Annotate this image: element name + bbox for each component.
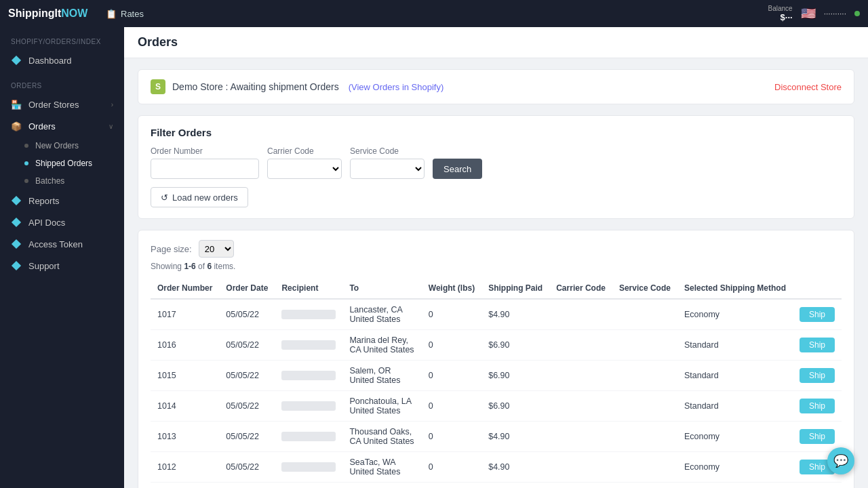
cell-order-date: 05/05/22 <box>219 391 275 422</box>
cell-weight: 0 <box>422 299 481 330</box>
orders-icon: 📦 <box>11 121 22 131</box>
rates-icon: 📋 <box>106 9 117 19</box>
sidebar-orders-label: Orders <box>28 121 56 131</box>
sidebar-item-order-stores[interactable]: 🏪 Order Stores › <box>0 94 124 115</box>
cell-order-date: 05/05/22 <box>219 422 275 452</box>
order-number-input[interactable] <box>151 159 259 179</box>
store-info: S Demo Store : Awaiting shipment Orders … <box>151 79 443 94</box>
view-shopify-link[interactable]: (View Orders in Shopify) <box>349 82 444 92</box>
filter-row: Order Number Carrier Code UPS USPS FedEx… <box>151 146 842 179</box>
col-order-date: Order Date <box>219 278 275 299</box>
cell-order-date: 05/05/22 <box>219 299 275 330</box>
cell-to: Marina del Rey, CA United States <box>342 330 421 361</box>
sidebar-shipped-orders-label: Shipped Orders <box>35 159 92 168</box>
sidebar-item-batches[interactable]: Batches <box>0 172 124 190</box>
sidebar-item-dashboard[interactable]: Dashboard <box>0 49 124 71</box>
service-code-select[interactable]: Economy Standard Priority <box>350 159 425 179</box>
dashboard-icon <box>11 55 22 66</box>
cell-recipient: REDACTED <box>275 391 342 422</box>
cell-to: SeaTac, WA United States <box>342 452 421 483</box>
table-header-row: Order Number Order Date Recipient To Wei… <box>151 278 842 299</box>
cell-shipping-paid: $6.90 <box>481 330 549 361</box>
load-new-orders-button[interactable]: ↺ Load new orders <box>151 187 248 207</box>
sidebar-item-support[interactable]: Support <box>0 255 124 277</box>
table-row: 1012 05/05/22 REDACTED SeaTac, WA United… <box>151 452 842 483</box>
cell-order-date: 05/05/22 <box>219 452 275 483</box>
chat-bubble[interactable]: 💬 <box>827 447 854 474</box>
cell-shipping-method: Standard <box>677 330 793 361</box>
username-display: ·········· <box>824 9 846 18</box>
ship-button[interactable]: Ship <box>800 307 835 322</box>
sidebar-batches-label: Batches <box>35 176 64 186</box>
online-indicator <box>854 11 860 16</box>
col-action <box>793 278 842 299</box>
api-docs-icon <box>11 217 22 228</box>
col-carrier-code: Carrier Code <box>549 278 612 299</box>
sidebar-dashboard-label: Dashboard <box>28 56 72 66</box>
reports-icon <box>11 195 22 206</box>
refresh-icon: ↺ <box>161 192 168 203</box>
table-row: 1016 05/05/22 REDACTED Marina del Rey, C… <box>151 330 842 361</box>
cell-weight: 0 <box>422 422 481 452</box>
cell-to: Thousand Oaks, CA United States <box>342 422 421 452</box>
rates-tab[interactable]: 📋 Rates <box>100 6 149 22</box>
col-weight: Weight (lbs) <box>422 278 481 299</box>
cell-service-code <box>612 330 677 361</box>
cell-order-number: 1017 <box>151 299 219 330</box>
orders-section-label: ORDERS <box>0 71 124 94</box>
ship-button[interactable]: Ship <box>800 399 835 413</box>
cell-shipping-method: Standard <box>677 361 793 391</box>
sidebar-item-shipped-orders[interactable]: Shipped Orders <box>0 155 124 172</box>
cell-order-number: 1016 <box>151 330 219 361</box>
sidebar-item-access-token[interactable]: Access Token <box>0 233 124 255</box>
page-size-label: Page size: <box>151 244 192 254</box>
disconnect-store-button[interactable]: Disconnect Store <box>774 82 842 92</box>
cell-ship-action: Ship <box>793 330 842 361</box>
sidebar-item-reports[interactable]: Reports <box>0 190 124 211</box>
showing-range: 1-6 <box>184 262 195 271</box>
ship-button[interactable]: Ship <box>800 429 835 444</box>
cell-carrier-code <box>549 391 612 422</box>
orders-chevron: ∨ <box>108 123 113 130</box>
cell-recipient: REDACTED <box>275 422 342 452</box>
ship-button[interactable]: Ship <box>800 368 835 383</box>
showing-text: Showing 1-6 of 6 items. <box>151 262 842 271</box>
cell-order-number: 1012 <box>151 452 219 483</box>
cell-recipient: REDACTED <box>275 330 342 361</box>
order-stores-icon: 🏪 <box>11 99 22 110</box>
cell-carrier-code <box>549 330 612 361</box>
cell-shipping-method: Economy <box>677 299 793 330</box>
store-banner: S Demo Store : Awaiting shipment Orders … <box>138 69 854 104</box>
ship-button[interactable]: Ship <box>800 338 835 352</box>
cell-shipping-paid: $4.90 <box>481 299 549 330</box>
col-service-code: Service Code <box>612 278 677 299</box>
cell-to: Salem, OR United States <box>342 361 421 391</box>
table-row: 1014 05/05/22 REDACTED Ponchatoula, LA U… <box>151 391 842 422</box>
batches-dot <box>24 179 28 183</box>
cell-ship-action: Ship <box>793 299 842 330</box>
service-code-label: Service Code <box>350 146 425 156</box>
sidebar-item-api-docs[interactable]: API Docs <box>0 211 124 233</box>
order-number-field: Order Number <box>151 146 259 179</box>
cell-carrier-code <box>549 422 612 452</box>
sidebar-new-orders-label: New Orders <box>35 141 79 150</box>
main-content: Orders S Demo Store : Awaiting shipment … <box>124 27 868 488</box>
col-shipping-paid: Shipping Paid <box>481 278 549 299</box>
cell-recipient: REDACTED <box>275 452 342 483</box>
table-controls: Page size: 10 20 50 100 <box>151 240 842 258</box>
carrier-code-select[interactable]: UPS USPS FedEx DHL <box>267 159 342 179</box>
carrier-code-field: Carrier Code UPS USPS FedEx DHL <box>267 146 342 179</box>
total-items: 6 <box>207 262 212 271</box>
page-size-select[interactable]: 10 20 50 100 <box>199 240 234 258</box>
cell-carrier-code <box>549 361 612 391</box>
top-nav: ShippingItNOW 📋 Rates Balance $··· 🇺🇸 ··… <box>0 0 868 27</box>
cell-shipping-paid: $6.90 <box>481 361 549 391</box>
cell-ship-action: Ship <box>793 391 842 422</box>
store-name: Demo Store : Awaiting shipment Orders <box>172 81 339 92</box>
cell-shipping-method: Standard <box>677 391 793 422</box>
sidebar-item-new-orders[interactable]: New Orders <box>0 137 124 155</box>
search-button[interactable]: Search <box>433 159 482 179</box>
new-orders-dot <box>24 144 28 148</box>
sidebar-item-orders[interactable]: 📦 Orders ∨ <box>0 115 124 137</box>
cell-order-number: 1013 <box>151 422 219 452</box>
